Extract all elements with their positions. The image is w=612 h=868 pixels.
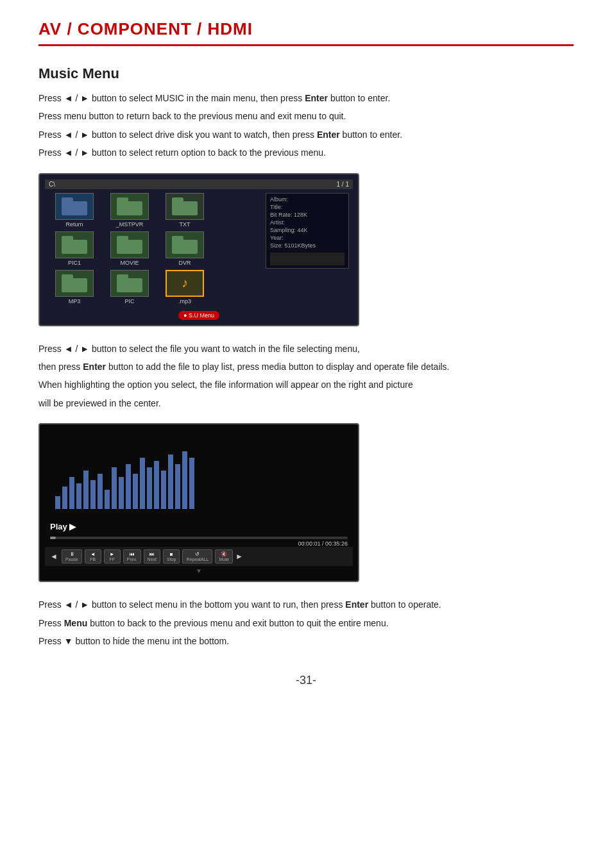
file-label-return: Return — [65, 221, 83, 228]
repeat-icon: ↺ — [195, 551, 200, 557]
page-header: AV / COMPONENT / HDMI — [38, 19, 574, 46]
eq-bar-12 — [133, 474, 138, 509]
eq-bar-3 — [69, 477, 74, 509]
pause-icon: ⏸ — [69, 551, 74, 557]
file-label-dvr: DVR — [178, 260, 191, 266]
file-item-pic1[interactable]: PIC1 — [49, 231, 100, 266]
file-icon-pic1 — [55, 231, 94, 258]
eq-bar-17 — [168, 455, 173, 509]
eq-bar-11 — [126, 464, 131, 509]
mute-icon: 🔇 — [221, 551, 227, 557]
fb-label: FB — [89, 557, 98, 562]
eq-bar-5 — [83, 471, 89, 509]
instruction-line-1-post: button to enter. — [328, 93, 390, 103]
scroll-down-indicator: ▼ — [45, 566, 353, 576]
eq-bar-7 — [98, 474, 103, 509]
file-item-mp3[interactable]: MP3 — [49, 270, 100, 305]
info-album: Album: — [270, 196, 344, 203]
instruction-line-1-pre: Press ◄ / ► button to select MUSIC in th… — [38, 93, 305, 103]
file-icon-mstpvr — [110, 193, 149, 220]
file-label-movie: MOVIE — [120, 260, 139, 266]
eq-bar-1 — [55, 496, 60, 509]
play-area — [45, 430, 353, 519]
info-title: Title: — [270, 204, 344, 210]
page-count: 1 / 1 — [337, 181, 349, 188]
eq-bar-6 — [90, 480, 96, 509]
eq-bar-19 — [182, 451, 187, 509]
time-display: 00:00:01 / 00:35:26 — [45, 540, 353, 547]
file-label-txt: TXT — [180, 221, 191, 228]
next-button[interactable]: ⏭ Next — [144, 549, 160, 563]
file-icon-mp3file: ♪ — [166, 270, 204, 297]
file-item-return[interactable]: Return — [49, 193, 100, 228]
play-screen: Play ▶ 00:00:01 / 00:35:26 ◄ ⏸ Pause ◄ F… — [38, 423, 359, 582]
bottom-instruction-line-1: Press ◄ / ► button to select menu in the… — [38, 597, 574, 612]
next-label: Next — [148, 557, 157, 562]
file-item-txt[interactable]: TXT — [159, 193, 210, 228]
file-item-movie[interactable]: MOVIE — [104, 231, 155, 266]
screen-top-bar: C\ 1 / 1 — [45, 179, 353, 189]
instruction-line-1-bold: Enter — [305, 93, 328, 103]
bottom-instruction-line-2: Press Menu button to back to the previou… — [38, 616, 574, 630]
page-number: -31- — [38, 674, 574, 687]
file-label-pic: PIC — [124, 298, 134, 305]
info-bitrate: Bit Rate: 128K — [270, 212, 344, 218]
volume-right-icon: ► — [235, 552, 243, 561]
sd-menu-button[interactable]: ● S.U Menu — [45, 311, 353, 320]
play-status-label: Play ▶ — [45, 519, 353, 534]
bottom-instructions-block: Press ◄ / ► button to select menu in the… — [38, 597, 574, 648]
eq-bar-14 — [147, 467, 152, 509]
file-icon-txt — [166, 193, 204, 220]
instruction-line-1: Press ◄ / ► button to select MUSIC in th… — [38, 91, 574, 105]
ff-icon: ► — [110, 551, 115, 557]
eq-bar-15 — [154, 461, 159, 509]
info-size: Size: 5101KBytes — [270, 242, 344, 249]
music-browser-screen: C\ 1 / 1 Return _MSTPVR TXT — [38, 173, 359, 326]
bottom-instruction-line-3: Press ▼ button to hide the menu int the … — [38, 634, 574, 648]
prev-label: Prev. — [127, 557, 137, 562]
ff-button[interactable]: ► FF — [104, 549, 121, 563]
instruction-line-4: Press ◄ / ► button to select return opti… — [38, 146, 574, 160]
eq-bar-9 — [112, 467, 117, 509]
file-item-pic[interactable]: PIC — [104, 270, 155, 305]
file-label-mstpvr: _MSTPVR — [116, 221, 144, 228]
mid-instructions-block: Press ◄ / ► button to select the file yo… — [38, 342, 574, 411]
ff-label: FF — [108, 557, 117, 562]
info-year: Year: — [270, 235, 344, 241]
file-icon-mp3 — [55, 270, 94, 297]
eq-bar-16 — [161, 471, 166, 509]
prev-button[interactable]: ⏮ Prev. — [123, 549, 141, 563]
instruction-line-3-pre: Press ◄ / ► button to select drive disk … — [38, 129, 317, 140]
file-item-dvr[interactable]: DVR — [159, 231, 210, 266]
file-label-mp3: MP3 — [69, 298, 81, 305]
eq-bar-18 — [175, 464, 180, 509]
stop-button[interactable]: ■ Stop — [163, 549, 180, 563]
mute-button[interactable]: 🔇 Mute — [215, 549, 233, 563]
eq-bar-13 — [140, 458, 145, 509]
section-title: Music Menu — [38, 65, 574, 82]
instruction-line-3: Press ◄ / ► button to select drive disk … — [38, 128, 574, 142]
controls-bar: ◄ ⏸ Pause ◄ FB ► FF ⏮ Prev. ⏭ Next ■ Sto… — [45, 547, 353, 566]
repeat-button[interactable]: ↺ RepeatALL — [182, 549, 212, 563]
eq-bar-2 — [62, 487, 67, 509]
file-icon-dvr — [166, 231, 204, 258]
instruction-line-3-post: button to enter. — [340, 129, 402, 140]
fb-button[interactable]: ◄ FB — [85, 549, 101, 563]
pause-button[interactable]: ⏸ Pause — [62, 549, 82, 563]
file-grid-area: Return _MSTPVR TXT PIC1 — [45, 189, 353, 308]
fb-icon: ◄ — [90, 551, 96, 557]
prev-icon: ⏮ — [130, 551, 135, 557]
repeat-label: RepeatALL — [186, 557, 208, 562]
info-sampling: Sampling: 44K — [270, 227, 344, 233]
drive-label: C\ — [49, 181, 55, 188]
file-info-panel: Album: Title: Bit Rate: 128K Artist: Sam… — [266, 193, 349, 269]
mid-instruction-line-1: Press ◄ / ► button to select the file yo… — [38, 342, 574, 356]
instruction-line-3-bold: Enter — [317, 129, 340, 140]
eq-bar-10 — [119, 477, 124, 509]
eq-bar-4 — [76, 483, 81, 509]
file-icon-pic — [110, 270, 149, 297]
file-label-mp3file: .mp3 — [178, 298, 191, 305]
file-item-mstpvr[interactable]: _MSTPVR — [104, 193, 155, 228]
progress-bar-background — [50, 537, 348, 539]
file-item-mp3file[interactable]: ♪ .mp3 — [159, 270, 210, 305]
